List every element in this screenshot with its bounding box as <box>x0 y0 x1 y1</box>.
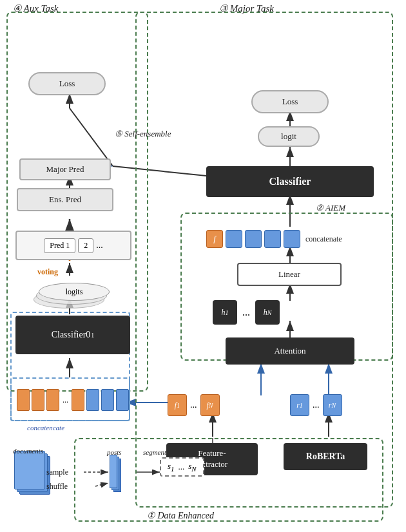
r1-cell: r1 <box>290 394 309 416</box>
concat-blue-2 <box>245 230 262 248</box>
classifier0-sup: 1 <box>91 332 94 339</box>
segment-box: s1 ... sN <box>160 457 204 477</box>
h-row: h1 ... hN <box>213 300 280 325</box>
r-row: r1 ... rN <box>290 394 342 416</box>
loss-major-box: Loss <box>251 90 329 113</box>
classifier-text: Classifier <box>269 176 311 187</box>
shuffle-label: shuffle <box>46 482 68 491</box>
pred1-box: Pred 1 <box>44 238 75 253</box>
aux-cell-o3 <box>46 389 59 411</box>
rN-cell: rN <box>323 394 342 416</box>
logit-box: logit <box>258 126 320 147</box>
logit-oval-1: logits <box>39 283 110 301</box>
attention-box: Attention <box>226 337 354 365</box>
f-ellipsis: ... <box>190 400 197 410</box>
major-pred-text: Major Pred <box>46 164 84 175</box>
logit-text: logit <box>281 131 296 142</box>
logits-text: logits <box>39 283 109 300</box>
h-ellipsis: ... <box>242 307 250 318</box>
h1-cell: h1 <box>213 300 237 325</box>
f-row: f1 ... fN <box>168 394 220 416</box>
concat-label-text: concatenate <box>305 234 342 244</box>
concat-blue-1 <box>226 230 242 248</box>
aux-cells-ellipsis: ... <box>63 395 68 405</box>
aux-cell-b1 <box>86 389 99 411</box>
aux-cell-o2 <box>32 389 44 411</box>
loss-aux-text: Loss <box>59 79 75 89</box>
posts-label: posts <box>107 448 122 456</box>
classifier0-text: Classifier0 <box>52 330 91 340</box>
aiem-label: ② AIEM <box>316 203 345 213</box>
aux-cell-o1 <box>17 389 30 411</box>
aux-cell-b3 <box>116 389 129 411</box>
major-pred-box: Major Pred <box>19 158 111 180</box>
loss-aux-box: Loss <box>28 72 106 95</box>
pred2-box: 2 <box>78 238 93 253</box>
aux-cell-b2 <box>101 389 114 411</box>
f-cell-orange: f <box>206 230 223 248</box>
concat-blue-4 <box>284 230 300 248</box>
documents-label: documents <box>13 447 43 455</box>
fN-cell: fN <box>200 394 220 416</box>
sN-label: sN <box>188 461 196 473</box>
pred-row-box: Pred 1 2 ... <box>15 231 131 260</box>
classifier-box: Classifier <box>206 166 374 197</box>
major-task-label: ③ Major Task <box>219 3 274 14</box>
segment-label: segment <box>143 448 166 456</box>
concat-row: f concatenate <box>206 230 342 248</box>
classifier0-box: Classifier0 1 <box>15 316 130 354</box>
self-ensemble-label: ⑤ Self-ensemble <box>115 129 171 139</box>
sample-label: sample <box>46 468 68 477</box>
doc-front <box>14 451 45 489</box>
diagram: { "labels": { "aux_task": "④ Aux Task", … <box>0 0 406 532</box>
roberta-box: RoBERTa <box>284 443 367 470</box>
s1-label: s1 <box>168 461 174 473</box>
f1-cell: f1 <box>168 394 187 416</box>
ens-pred-text: Ens. Pred <box>49 195 81 205</box>
logits-area: logits <box>18 272 133 313</box>
r-ellipsis: ... <box>313 400 320 410</box>
roberta-text: RoBERTa <box>306 451 345 462</box>
attention-text: Attention <box>274 346 305 356</box>
linear-text: Linear <box>278 269 300 280</box>
pred-ellipsis: ... <box>96 240 103 251</box>
ens-pred-box: Ens. Pred <box>17 188 113 211</box>
data-enhanced-label: ① Data Enhanced <box>147 510 214 521</box>
linear-box: Linear <box>237 263 342 286</box>
s-ellipsis: ... <box>178 462 184 472</box>
loss-major-text: Loss <box>282 97 298 107</box>
concat-aux-label: concatencate <box>27 424 64 432</box>
post-front <box>110 455 117 488</box>
aux-task-label: ④ Aux Task <box>13 3 59 14</box>
hN-cell: hN <box>255 300 280 325</box>
concat-aux-cells: ... <box>15 384 130 416</box>
aux-cell-o4 <box>72 389 84 411</box>
concat-blue-3 <box>264 230 281 248</box>
